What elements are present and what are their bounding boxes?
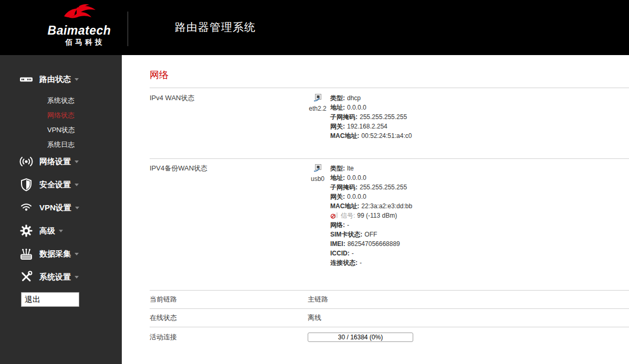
row-label: IPV4备份WAN状态: [150, 164, 308, 267]
active-connections-meter: 30 / 16384 (0%): [308, 333, 413, 342]
chevron-down-icon: [75, 253, 79, 255]
backup-wan-field: ICCID:-: [330, 249, 412, 258]
interface-name: eth2.2: [308, 105, 328, 112]
wan-field: MAC地址:00:52:24:51:a4:c0: [330, 131, 412, 141]
logout-button[interactable]: 退出: [21, 292, 79, 307]
sidebar-item-vpn-settings[interactable]: VPN设置: [0, 199, 122, 217]
wan-field: 网关:192.168.2.254: [330, 122, 412, 131]
sidebar-item-security-settings[interactable]: 安全设置: [0, 176, 122, 194]
chevron-down-icon: [75, 207, 79, 209]
backup-wan-field: SIM卡状态:OFF: [330, 230, 412, 239]
network-status-table: IPv4 WAN状态 eth2.2 类型:dhcp 地址:0.0.0.0 子网掩…: [150, 88, 629, 352]
signal-off-icon: [330, 211, 339, 219]
sidebar-item-label: 数据采集: [39, 249, 71, 259]
backup-wan-field: 类型:lte: [330, 164, 412, 173]
sidebar-item-system-settings[interactable]: 系统设置: [0, 268, 122, 286]
tools-icon: [19, 270, 33, 284]
signal-field: 信号:99 (-113 dBm): [330, 211, 412, 220]
main-content: 网络 IPv4 WAN状态 eth2.2 类型:dhcp 地址:0.0.0.0 …: [122, 55, 629, 364]
sidebar-item-label: 高级: [39, 226, 55, 236]
wan-field: 地址:0.0.0.0: [330, 103, 412, 112]
router-status-icon: [19, 72, 33, 86]
ethernet-port-icon: [313, 93, 322, 102]
sidebar-item-advanced[interactable]: 高级: [0, 222, 122, 240]
network-settings-icon: [19, 155, 33, 168]
submenu-item-network-status[interactable]: 网络状态: [0, 108, 122, 123]
backup-wan-field: 子网掩码:255.255.255.255: [330, 183, 412, 192]
sidebar: 路由状态 系统状态 网络状态 VPN状态 系统日志 网络设置 安全设: [0, 55, 122, 364]
security-shield-icon: [19, 178, 33, 191]
online-status-row: 在线状态 离线: [150, 309, 629, 327]
ethernet-port-icon: [313, 164, 322, 172]
current-link-value: 主链路: [308, 295, 328, 304]
chevron-down-icon: [75, 160, 79, 163]
sidebar-item-data-collection[interactable]: 数据采集: [0, 245, 122, 263]
row-label: 当前链路: [150, 295, 308, 304]
sidebar-item-label: 路由状态: [39, 74, 71, 84]
brand-name: Baimatech: [47, 24, 111, 37]
chevron-down-icon: [75, 276, 79, 279]
vpn-rings-icon: [19, 201, 33, 215]
row-label: 活动连接: [150, 333, 308, 342]
ipv4-wan-row: IPv4 WAN状态 eth2.2 类型:dhcp 地址:0.0.0.0 子网掩…: [150, 88, 629, 159]
header-bar: Baimatech 佰马科技 路由器管理系统: [0, 0, 629, 55]
gear-icon: [19, 224, 33, 238]
backup-wan-field: 网络:-: [330, 220, 412, 230]
backup-wan-field: IMEI:862547056668889: [330, 239, 412, 249]
router-status-submenu: 系统状态 网络状态 VPN状态 系统日志: [0, 93, 122, 152]
sidebar-item-network-settings[interactable]: 网络设置: [0, 153, 122, 170]
chevron-down-icon: [59, 230, 63, 232]
app-title: 路由器管理系统: [175, 0, 256, 54]
brand-logo: Baimatech 佰马科技: [47, 3, 111, 47]
wan-field: 子网掩码:255.255.255.255: [330, 112, 412, 122]
horse-logo-icon: [56, 3, 103, 24]
backup-wan-field: 地址:0.0.0.0: [330, 173, 412, 183]
chevron-down-icon: [75, 184, 79, 186]
interface-name: usb0: [308, 175, 328, 183]
ipv4-backup-wan-row: IPV4备份WAN状态 usb0 类型:lte 地址:0.0.0.0 子网掩码:…: [150, 159, 629, 291]
page-title: 网络: [150, 69, 629, 81]
backup-wan-field: MAC地址:22:3a:a2:e3:dd:bb: [330, 201, 412, 211]
backup-wan-field: 连接状态:-: [330, 258, 412, 267]
row-label: IPv4 WAN状态: [150, 93, 308, 141]
sidebar-item-label: 网络设置: [39, 157, 71, 167]
data-collect-icon: [19, 247, 33, 261]
sidebar-item-label: 系统设置: [39, 272, 71, 282]
sidebar-item-label: 安全设置: [39, 180, 71, 190]
brand-name-cn: 佰马科技: [47, 38, 111, 47]
chevron-down-icon: [75, 78, 79, 81]
submenu-item-vpn-status[interactable]: VPN状态: [0, 123, 122, 137]
sidebar-item-router-status[interactable]: 路由状态: [0, 70, 122, 88]
sidebar-item-label: VPN设置: [39, 203, 71, 213]
submenu-item-system-log[interactable]: 系统日志: [0, 137, 122, 152]
online-status-value: 离线: [308, 313, 321, 323]
backup-wan-field: 网关:0.0.0.0: [330, 192, 412, 201]
header-divider: [128, 12, 128, 46]
active-connections-row: 活动连接 30 / 16384 (0%): [150, 327, 629, 352]
current-link-row: 当前链路 主链路: [150, 291, 629, 309]
submenu-item-system-status[interactable]: 系统状态: [0, 93, 122, 108]
row-label: 在线状态: [150, 313, 308, 323]
wan-field: 类型:dhcp: [330, 93, 412, 103]
